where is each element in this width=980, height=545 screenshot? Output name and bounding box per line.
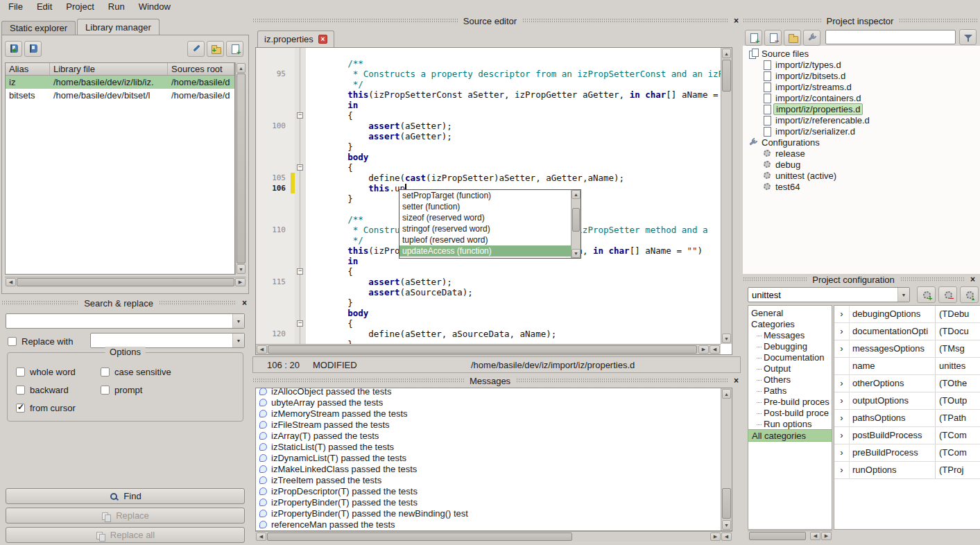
configurations-node[interactable]: Configurations <box>743 137 980 148</box>
message-item[interactable]: izArray(T) passed the tests <box>259 430 721 441</box>
editor-vscrollbar[interactable] <box>721 48 732 344</box>
expand-arrow-icon[interactable] <box>834 462 850 478</box>
source-files-node[interactable]: Source files <box>743 48 980 59</box>
dropdown-arrow-icon[interactable] <box>232 334 244 347</box>
expand-arrow-icon[interactable] <box>834 444 850 461</box>
library-row-bitsets[interactable]: bitsets/home/basile/dev/bitset/l/home/ba… <box>6 89 234 102</box>
scroll-right-icon[interactable] <box>698 345 709 354</box>
scroll-down-icon[interactable] <box>722 520 731 530</box>
code-text[interactable]: define(aSetter, aSourceData, aName); <box>306 329 721 339</box>
search-input[interactable] <box>8 315 231 327</box>
code-text[interactable]: */ <box>306 79 721 89</box>
scrollbar-thumb[interactable] <box>237 73 246 263</box>
code-text[interactable]: define(cast(izPropSetter)aSetter, aGette… <box>306 173 721 183</box>
code-text[interactable]: } <box>306 339 721 344</box>
category-pre-build-proces[interactable]: Pre-build proces <box>748 397 832 408</box>
scrollbar-thumb[interactable] <box>17 278 234 286</box>
scroll-left-icon[interactable] <box>257 345 267 354</box>
dropdown-arrow-icon[interactable] <box>897 288 909 302</box>
code-text[interactable]: { <box>306 110 721 121</box>
replace-with-checkbox[interactable] <box>8 337 17 346</box>
scroll-left-icon[interactable] <box>721 533 732 541</box>
category-paths[interactable]: Paths <box>748 386 832 397</box>
code-text[interactable]: assert(aSetter); <box>306 277 721 287</box>
code-text[interactable]: assert(aGetter); <box>306 131 721 141</box>
scrollbar-thumb[interactable] <box>267 533 572 541</box>
column-header-sources-root[interactable]: Sources root <box>168 63 234 75</box>
scrollbar-thumb[interactable] <box>268 345 697 354</box>
fold-collapse-icon[interactable] <box>297 268 303 275</box>
expand-arrow-icon[interactable] <box>834 340 850 357</box>
messages-vscrollbar[interactable] <box>721 388 732 530</box>
expand-arrow-icon[interactable] <box>834 392 850 409</box>
property-row-otheroptions[interactable]: otherOptions(TOthe <box>834 375 980 392</box>
scroll-right-icon[interactable] <box>235 278 246 286</box>
completion-item[interactable]: updateAccess (function) <box>399 245 571 257</box>
library-row-iz[interactable]: iz/home/basile/dev/iz/lib/iz./home/basil… <box>6 76 234 89</box>
save-libraries-button[interactable] <box>24 41 42 57</box>
scroll-up-icon[interactable] <box>571 190 581 199</box>
code-text[interactable]: { <box>306 318 721 329</box>
replace-input[interactable] <box>92 334 231 347</box>
scrollbar-thumb[interactable] <box>572 208 580 232</box>
message-item[interactable]: izMemoryStream passed the tests <box>259 408 721 419</box>
file-node-import-iz-serializer-d[interactable]: import/iz/serializer.d <box>743 126 980 137</box>
fold-collapse-icon[interactable] <box>297 164 303 171</box>
scroll-left-icon[interactable] <box>256 533 266 541</box>
configuration-combo[interactable] <box>748 287 910 302</box>
code-text[interactable]: { <box>306 162 721 173</box>
category-categories[interactable]: Categories <box>748 319 832 330</box>
add-library-file-button[interactable] <box>226 41 243 57</box>
category-run-options[interactable]: Run options <box>748 419 832 430</box>
scroll-left-icon[interactable] <box>710 345 720 354</box>
message-item[interactable]: izPropertyBinder(T) passed the newBindin… <box>259 508 721 519</box>
message-item[interactable]: izStaticList(T) passed the tests <box>259 441 721 452</box>
category-messages[interactable]: Messages <box>748 330 832 341</box>
close-source-editor-button[interactable] <box>732 17 741 26</box>
code-text[interactable]: this(izPropSetterConst aSetter, izPropGe… <box>306 89 721 100</box>
scroll-right-icon[interactable] <box>821 532 832 540</box>
completion-item[interactable]: sizeof (reserved word) <box>399 212 571 223</box>
tab-library-manager[interactable]: Library manager <box>77 19 160 35</box>
scrollbar-thumb[interactable] <box>722 60 731 92</box>
find-button[interactable]: Find <box>6 488 245 504</box>
code-text[interactable]: } <box>306 141 721 152</box>
filter-button[interactable] <box>959 29 977 45</box>
file-node-import-iz-properties-d[interactable]: import/iz/properties.d <box>743 103 980 114</box>
library-table-hscrollbar[interactable] <box>5 277 246 287</box>
completion-item[interactable]: setter (function) <box>399 201 571 212</box>
close-project-configuration-button[interactable] <box>968 275 977 284</box>
code-text[interactable]: /** <box>306 58 721 69</box>
file-node-import-iz-containers-d[interactable]: import/iz/containers.d <box>743 92 980 103</box>
remove-configuration-button[interactable] <box>938 286 957 303</box>
code-text[interactable]: body <box>306 308 721 318</box>
category-tree-hscrollbar[interactable] <box>748 530 832 541</box>
add-folder-button[interactable] <box>784 30 801 46</box>
category-others[interactable]: Others <box>748 374 832 386</box>
editor-tab-iz-properties[interactable]: iz.properties <box>257 31 334 47</box>
completion-item[interactable]: setPropTarget (function) <box>399 190 571 201</box>
property-row-pathsoptions[interactable]: pathsOptions(TPath <box>834 410 980 427</box>
whole-word-checkbox[interactable] <box>16 367 25 377</box>
property-value[interactable]: (TOthe <box>936 375 980 392</box>
scroll-up-icon[interactable] <box>237 63 246 73</box>
property-row-runoptions[interactable]: runOptions(TProj <box>834 462 980 479</box>
property-row-messagesoptions[interactable]: messagesOptions(TMsg <box>834 340 980 358</box>
configuration-node-unittest-active[interactable]: unittest (active) <box>743 170 980 181</box>
column-header-library-file[interactable]: Library file <box>50 63 168 75</box>
property-row-prebuildprocess[interactable]: preBuildProcess(TCom <box>834 444 980 462</box>
backward-checkbox[interactable] <box>16 386 25 395</box>
message-item[interactable]: referenceMan passed the tests <box>259 519 721 530</box>
configuration-node-release[interactable]: release <box>743 148 980 159</box>
expand-arrow-icon[interactable] <box>834 323 850 340</box>
code-text[interactable]: * Constructs a property descriptor from … <box>306 69 721 79</box>
code-text[interactable]: body <box>306 152 721 162</box>
property-value[interactable]: (TCom <box>936 444 980 461</box>
scroll-down-icon[interactable] <box>571 249 581 258</box>
inspector-filter-input[interactable] <box>825 30 956 44</box>
expand-arrow-icon[interactable] <box>834 427 850 444</box>
close-messages-button[interactable] <box>732 377 741 386</box>
code-text[interactable]: assert(aSetter); <box>306 121 721 131</box>
message-item[interactable]: izMakeLinkedClass passed the tests <box>259 463 721 474</box>
scrollbar-thumb[interactable] <box>722 488 731 519</box>
